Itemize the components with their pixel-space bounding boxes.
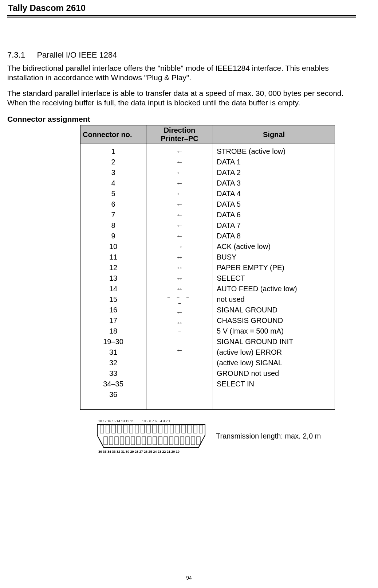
svg-rect-8: [141, 425, 145, 433]
svg-rect-20: [109, 437, 113, 445]
svg-rect-17: [193, 425, 197, 433]
svg-rect-4: [118, 425, 121, 433]
svg-rect-29: [158, 437, 162, 445]
th-signal: Signal: [213, 125, 335, 144]
paragraph-1: The bidirectional parallel interface off…: [7, 63, 356, 83]
svg-rect-35: [191, 437, 195, 445]
connector-subheading: Connector assignment: [7, 115, 356, 124]
paragraph-2: The standard parallel interface is able …: [7, 89, 356, 108]
section-title: Parallel I/O IEEE 1284: [37, 50, 117, 60]
connector-diagram: 18 17 16 15 14 13 12 11 10 9 8 7 6 5 4 3…: [97, 418, 206, 454]
svg-rect-10: [153, 425, 156, 433]
svg-rect-30: [164, 437, 168, 445]
svg-rect-2: [106, 425, 110, 433]
page-number: 94: [0, 575, 378, 581]
svg-rect-18: [199, 425, 203, 433]
svg-rect-12: [164, 425, 168, 433]
section-number: 7.3.1: [7, 50, 25, 60]
cell-signal: STROBE (active low) DATA 1 DATA 2 DATA 3…: [213, 144, 335, 410]
th-direction-line2: Printer–PC: [161, 135, 198, 143]
svg-rect-22: [120, 437, 124, 445]
svg-rect-24: [131, 437, 135, 445]
svg-rect-21: [115, 437, 118, 445]
svg-rect-32: [175, 437, 178, 445]
svg-rect-16: [188, 425, 191, 433]
header-title: Tally Dascom 2610: [7, 0, 356, 15]
header-rule: [7, 15, 356, 17]
svg-rect-15: [182, 425, 185, 433]
svg-rect-1: [100, 425, 104, 433]
svg-rect-26: [142, 437, 146, 445]
th-connector-no: Connector no.: [80, 125, 146, 144]
th-direction-line1: Direction: [164, 126, 196, 134]
svg-rect-11: [158, 425, 162, 433]
svg-rect-6: [129, 425, 133, 433]
svg-rect-33: [180, 437, 184, 445]
svg-rect-9: [147, 425, 150, 433]
svg-rect-28: [153, 437, 157, 445]
th-direction: Direction Printer–PC: [146, 125, 213, 144]
svg-rect-19: [104, 437, 107, 445]
svg-rect-14: [176, 425, 180, 433]
svg-rect-27: [147, 437, 151, 445]
svg-rect-31: [169, 437, 173, 445]
svg-rect-3: [112, 425, 115, 433]
svg-rect-34: [186, 437, 189, 445]
connector-table: Connector no. Direction Printer–PC Signa…: [80, 125, 335, 410]
diagram-bottom-labels: 36 35 34 33 32 31 30 29 28 27 26 25 24 2…: [98, 450, 180, 453]
svg-rect-5: [123, 425, 127, 433]
transmission-text: Transmission length: max. 2,0 m: [216, 432, 321, 440]
section-heading: 7.3.1 Parallel I/O IEEE 1284: [7, 50, 356, 60]
svg-rect-36: [197, 437, 200, 445]
svg-rect-7: [135, 425, 139, 433]
svg-rect-23: [126, 437, 129, 445]
svg-rect-25: [137, 437, 140, 445]
diagram-top-labels: 18 17 16 15 14 13 12 11: [98, 419, 134, 423]
cell-direction: ← ← ← ← ← ← ← ← ← → ↔ ↔ ↔ ↔ – –: [146, 144, 213, 410]
cell-connector-no: 1 2 3 4 5 6 7 8 9 10 11 12 13 14 15 16 1…: [80, 144, 146, 410]
svg-text:10  9   8   7   6   5   4   3 : 10 9 8 7 6 5 4 3 2 1: [142, 419, 170, 423]
svg-rect-13: [170, 425, 174, 433]
